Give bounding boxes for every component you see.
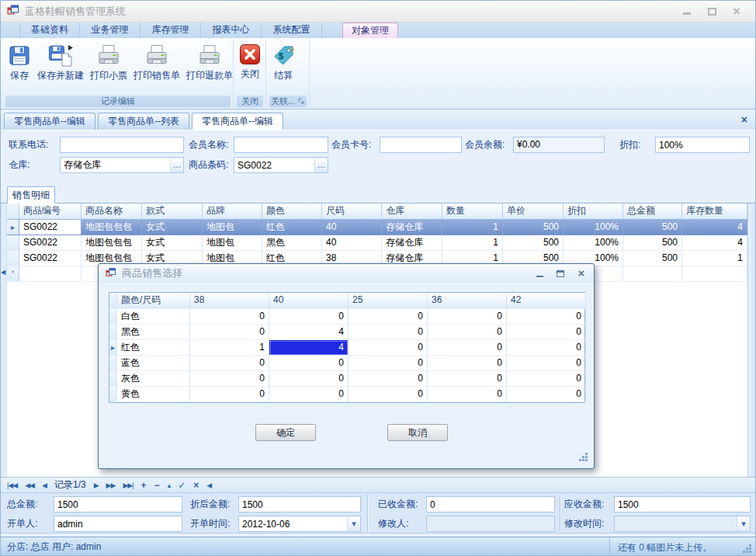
dialog-minimize-icon[interactable] (534, 268, 545, 279)
column-header[interactable]: 25 (349, 293, 428, 309)
grid-cell[interactable]: 0 (349, 387, 428, 402)
column-header[interactable]: 品牌 (203, 203, 262, 220)
grid-cell[interactable]: 地图包包包 (81, 235, 142, 251)
dialog-close-icon[interactable]: × (576, 268, 587, 279)
grid-vertical-scrollbar[interactable] (747, 203, 756, 477)
grid-cell[interactable]: 0 (349, 325, 428, 340)
member-name-input[interactable] (234, 137, 328, 153)
cancel-button[interactable]: 取消 (387, 424, 448, 441)
nav-next-page-button[interactable]: ▶▶ (106, 481, 116, 489)
grid-cell[interactable]: 0 (428, 356, 507, 371)
warehouse-input[interactable] (61, 158, 170, 172)
modify-time-input[interactable] (615, 516, 737, 531)
grid-cell[interactable]: 地图包 (203, 235, 262, 251)
grid-cell[interactable]: 0 (269, 356, 349, 371)
doc-tab-1[interactable]: 零售商品单--列表 (98, 113, 189, 130)
received-amount-input[interactable] (426, 496, 555, 513)
grid-cell[interactable] (623, 266, 682, 282)
grid-cell[interactable]: 4 (682, 235, 747, 251)
grid-cell[interactable]: 0 (507, 340, 586, 356)
splitter-collapse-icon[interactable]: ◀ (1, 269, 5, 276)
save-and-new-button[interactable]: 保存并新建 (34, 40, 87, 82)
menu-tab-inventory[interactable]: 库存管理 (140, 23, 201, 38)
grid-cell[interactable]: 0 (428, 387, 507, 402)
left-splitter[interactable]: ◀ (1, 203, 7, 477)
modify-time-dropdown-icon[interactable]: ▾ (737, 516, 750, 531)
discount-input[interactable] (655, 137, 750, 153)
grid-cell[interactable]: 0 (507, 371, 586, 387)
column-header[interactable]: 数量 (442, 203, 503, 220)
window-resize-grip[interactable] (749, 551, 751, 553)
grid-cell[interactable]: 0 (269, 371, 349, 387)
grid-cell[interactable]: 4 (269, 325, 349, 340)
nav-post-button[interactable]: ✓ (178, 480, 186, 491)
grid-cell[interactable]: 0 (190, 325, 269, 340)
grid-cell[interactable]: 灰色 (117, 371, 190, 387)
grid-cell[interactable]: 0 (349, 340, 428, 356)
grid-cell[interactable]: 地图包包包 (81, 220, 142, 235)
grid-cell[interactable]: 0 (428, 340, 507, 356)
column-header[interactable]: 款式 (142, 203, 203, 220)
grid-cell[interactable]: 存储仓库 (382, 220, 442, 235)
column-header[interactable]: 36 (428, 293, 507, 309)
nav-scroll-left-button[interactable]: ◀ (206, 481, 211, 489)
modifier-input[interactable] (426, 516, 555, 532)
grid-cell[interactable]: 500 (503, 235, 564, 251)
grid-cell[interactable]: 0 (507, 309, 586, 325)
ok-button[interactable]: 确定 (255, 424, 316, 441)
grid-cell[interactable]: 0 (269, 387, 349, 402)
column-header[interactable]: 单价 (503, 203, 564, 220)
grid-cell[interactable]: 红色 (262, 220, 322, 235)
column-header[interactable]: 总金额 (623, 203, 682, 220)
tab-sales-detail[interactable]: 销售明细 (7, 186, 55, 203)
nav-next-button[interactable]: ▶ (94, 481, 99, 489)
grid-cell[interactable]: 100% (564, 235, 623, 251)
grid-cell[interactable]: 地图包 (203, 220, 262, 235)
grid-cell[interactable]: 500 (623, 251, 682, 266)
grid-cell[interactable]: 500 (623, 220, 682, 235)
grid-cell[interactable]: 40 (322, 235, 382, 251)
dialog-resize-grip[interactable] (585, 459, 588, 461)
grid-cell[interactable]: 0 (428, 371, 507, 387)
dialog-maximize-icon[interactable] (555, 268, 566, 279)
grid-cell[interactable]: 1 (442, 235, 503, 251)
grid-cell[interactable]: 0 (507, 325, 586, 340)
total-amount-input[interactable] (54, 496, 182, 513)
column-header[interactable]: 尺码 (322, 203, 382, 220)
print-refund-slip-button[interactable]: 打印退款单 (183, 40, 234, 82)
nav-cancel-button[interactable]: × (193, 480, 199, 491)
nav-edit-button[interactable]: ▴ (168, 481, 171, 489)
nav-append-button[interactable]: + (141, 480, 147, 491)
grid-cell[interactable]: 红色 (117, 340, 190, 356)
dialog-launcher-icon[interactable] (298, 96, 305, 108)
grid-cell[interactable]: 黑色 (117, 325, 190, 340)
grid-cell[interactable]: 500 (623, 235, 682, 251)
grid-cell[interactable]: 0 (190, 387, 269, 402)
print-receipt-button[interactable]: 打印小票 (87, 40, 130, 82)
column-header[interactable]: 库存数量 (682, 203, 747, 220)
menu-tab-object-management[interactable]: 对象管理 (342, 23, 398, 38)
column-header[interactable]: 商品编号 (19, 203, 81, 220)
menu-tab-basic-data[interactable]: 基础资料 (19, 23, 80, 38)
grid-cell[interactable]: 女式 (142, 220, 203, 235)
grid-cell[interactable]: 黑色 (262, 235, 322, 251)
grid-cell[interactable]: 0 (349, 371, 428, 387)
grid-cell[interactable]: 4 (682, 220, 747, 235)
grid-cell[interactable]: 0 (428, 309, 507, 325)
menu-tab-business[interactable]: 业务管理 (80, 23, 140, 38)
close-icon[interactable]: × (730, 5, 743, 18)
grid-cell[interactable]: SG0022 (19, 251, 81, 266)
creator-input[interactable] (54, 516, 182, 532)
grid-cell[interactable]: 100% (564, 220, 623, 235)
grid-cell[interactable]: 0 (190, 356, 269, 371)
grid-cell[interactable]: 500 (503, 220, 564, 235)
grid-cell[interactable]: 0 (428, 325, 507, 340)
nav-prev-button[interactable]: ◀ (42, 481, 47, 489)
warehouse-ellipsis-icon[interactable]: … (170, 158, 183, 172)
member-card-input[interactable] (380, 137, 462, 153)
column-header[interactable]: 颜色/尺码 (117, 293, 190, 309)
close-form-button[interactable]: 关闭 (236, 40, 264, 81)
grid-cell[interactable]: 黄色 (117, 387, 190, 402)
menu-tab-reports[interactable]: 报表中心 (201, 23, 262, 38)
maximize-icon[interactable] (706, 5, 718, 18)
